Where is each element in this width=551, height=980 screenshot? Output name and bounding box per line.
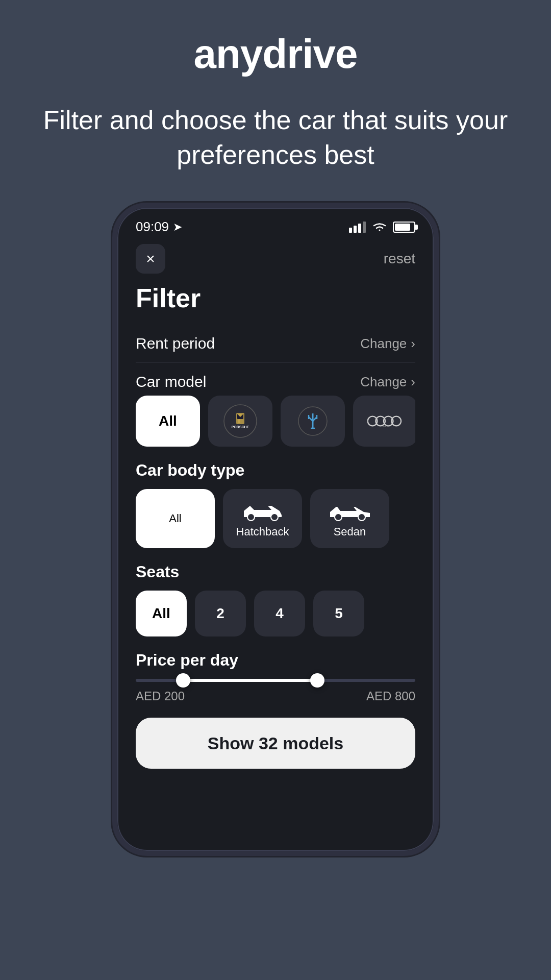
- brand-chip-maserati[interactable]: [281, 396, 345, 447]
- rent-period-label: Rent period: [136, 335, 215, 352]
- status-time: 09:09: [136, 219, 169, 235]
- reset-button[interactable]: reset: [384, 251, 415, 267]
- seat-chip-5-label: 5: [335, 605, 343, 622]
- svg-text:PORSCHE: PORSCHE: [232, 425, 249, 429]
- svg-point-21: [247, 513, 255, 521]
- brand-chip-porsche[interactable]: PORSCHE: [208, 396, 272, 447]
- slider-thumb-min[interactable]: [176, 673, 190, 688]
- seat-chip-4[interactable]: 4: [254, 591, 305, 636]
- status-time-group: 09:09 ➤: [136, 219, 182, 235]
- wifi-icon: [371, 221, 388, 233]
- svg-rect-2: [358, 224, 361, 233]
- phone-frame: 09:09 ➤: [112, 203, 439, 856]
- svg-rect-7: [238, 419, 240, 423]
- body-chip-hatchback[interactable]: Hatchback: [223, 489, 302, 548]
- rent-period-change: Change: [360, 336, 407, 352]
- seat-chip-4-label: 4: [276, 605, 284, 622]
- seat-chip-all[interactable]: All: [136, 591, 187, 636]
- svg-rect-3: [363, 222, 366, 233]
- phone-content: × reset Filter Rent period Change › Car …: [117, 240, 434, 851]
- porsche-logo: PORSCHE: [222, 403, 258, 439]
- app-title: anydrive: [193, 31, 357, 78]
- car-model-change: Change: [360, 374, 407, 390]
- sedan-icon: [327, 499, 373, 521]
- body-type-heading: Car body type: [136, 461, 415, 480]
- rent-period-action[interactable]: Change ›: [360, 336, 415, 352]
- brand-chip-audi[interactable]: Audi: [353, 396, 415, 447]
- seat-chip-2-label: 2: [216, 605, 224, 622]
- svg-point-24: [358, 513, 365, 521]
- maserati-logo: [295, 403, 331, 439]
- body-chip-sedan[interactable]: Sedan: [310, 489, 389, 548]
- svg-point-23: [335, 513, 342, 521]
- body-chip-all[interactable]: All: [136, 489, 215, 548]
- filter-title: Filter: [136, 283, 415, 313]
- body-chip-hatchback-label: Hatchback: [236, 525, 289, 538]
- show-models-label: Show 32 models: [208, 733, 343, 753]
- show-models-button[interactable]: Show 32 models: [136, 718, 415, 769]
- car-model-row[interactable]: Car model Change ›: [136, 363, 415, 396]
- close-button[interactable]: ×: [136, 244, 165, 274]
- location-icon: ➤: [173, 220, 182, 234]
- body-chip-sedan-label: Sedan: [334, 525, 366, 538]
- price-slider-track[interactable]: [136, 679, 415, 682]
- price-max-label: AED 800: [366, 689, 415, 703]
- status-icons: [349, 221, 415, 233]
- seat-chip-2[interactable]: 2: [195, 591, 246, 636]
- seats-heading: Seats: [136, 562, 415, 581]
- slider-fill: [183, 679, 317, 682]
- svg-text:Audi: Audi: [382, 425, 389, 428]
- brand-chip-all-label: All: [159, 413, 177, 429]
- svg-rect-1: [354, 226, 357, 233]
- signal-icon: [349, 222, 366, 233]
- seat-chips-row: All 2 4 5: [136, 591, 415, 636]
- audi-logo: Audi: [367, 403, 403, 439]
- brand-chip-all[interactable]: All: [136, 396, 200, 447]
- status-bar: 09:09 ➤: [117, 208, 434, 240]
- rent-period-row[interactable]: Rent period Change ›: [136, 325, 415, 363]
- seat-chip-all-label: All: [152, 605, 170, 622]
- top-bar: × reset: [136, 240, 415, 283]
- battery-icon: [393, 222, 415, 233]
- rent-period-chevron: ›: [411, 336, 415, 352]
- seat-chip-5[interactable]: 5: [313, 591, 364, 636]
- price-section: Price per day AED 200 AED 800: [136, 651, 415, 703]
- svg-point-22: [271, 513, 278, 521]
- app-subtitle: Filter and choose the car that suits you…: [0, 103, 551, 172]
- body-type-chips-row: All Hatchback Seda: [136, 489, 415, 548]
- price-labels: AED 200 AED 800: [136, 689, 415, 703]
- slider-thumb-max[interactable]: [310, 673, 324, 688]
- price-min-label: AED 200: [136, 689, 185, 703]
- car-model-label: Car model: [136, 373, 206, 390]
- body-chip-all-label: All: [169, 512, 181, 525]
- car-model-chevron: ›: [411, 374, 415, 390]
- car-model-action[interactable]: Change ›: [360, 374, 415, 390]
- hatchback-icon: [240, 499, 286, 521]
- brand-chips-row: All PORSCHE: [136, 396, 415, 447]
- price-heading: Price per day: [136, 651, 415, 670]
- close-icon: ×: [146, 251, 155, 266]
- svg-rect-0: [349, 228, 352, 233]
